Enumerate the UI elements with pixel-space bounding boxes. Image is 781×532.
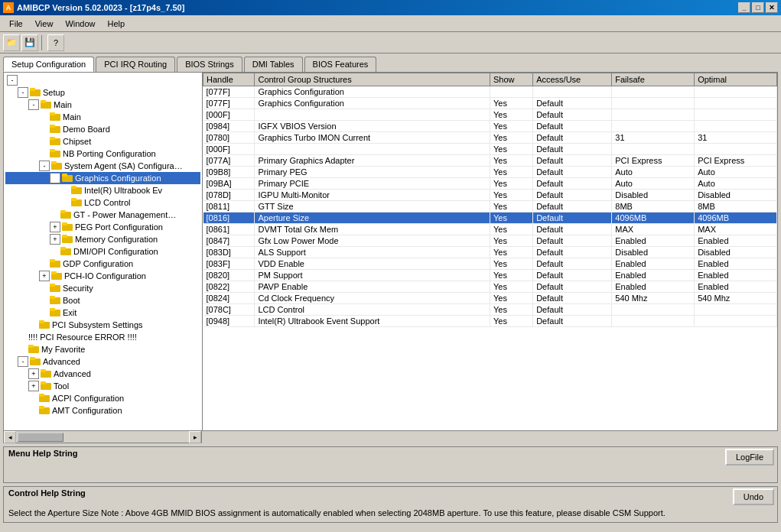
scroll-thumb[interactable] [18, 433, 63, 442]
scroll-left-arrow[interactable]: ◂ [4, 431, 16, 443]
scroll-right-arrow[interactable]: ▸ [189, 431, 201, 443]
close-button[interactable]: ✕ [766, 2, 778, 13]
tree-node-amt[interactable]: AMT Configuration [5, 404, 200, 417]
table-row[interactable]: [077A]Primary Graphics AdapterYesDefault… [203, 155, 777, 167]
tree-node-pci-resource[interactable]: !!!! PCI Resource ERROR !!!! [5, 331, 200, 343]
tree-node-security[interactable]: Security [5, 282, 200, 294]
tree-node-pch-io[interactable]: +PCH-IO Configuration [5, 270, 200, 282]
tree-node-chipset[interactable]: Chipset [5, 135, 200, 148]
table-cell-17-3: Default [533, 281, 612, 293]
table-row[interactable]: [09B8]Primary PEGYesDefaultAutoAuto [203, 167, 777, 178]
tree-label-memory-config: Memory Configuration [75, 235, 158, 244]
table-cell-8-5: Auto [695, 178, 777, 190]
tree-node-system-agent[interactable]: -System Agent (SA) Configura… [5, 160, 200, 172]
control-help-content: Select the Aperture Size Note : Above 4G… [4, 507, 777, 522]
table-row[interactable]: [0820]PM SupportYesDefaultEnabledEnabled [203, 270, 777, 281]
table-row[interactable]: [0822]PAVP EnableYesDefaultEnabledEnable… [203, 281, 777, 293]
expand-icon-peg-port[interactable]: + [50, 222, 60, 232]
table-cell-19-4 [612, 304, 695, 316]
tree-node-lcd-control[interactable]: LCD Control [5, 196, 200, 209]
tree-node-gt-power[interactable]: GT - Power Management… [5, 209, 200, 221]
menu-window[interactable]: Window [59, 18, 101, 30]
tab-pci-irq-routing[interactable]: PCI IRQ Routing [96, 57, 175, 72]
toolbar-button-1[interactable]: 📁 [3, 34, 20, 51]
table-row[interactable]: [000F]YesDefault [203, 144, 777, 155]
table-row[interactable]: [078D]IGPU Multi-MonitorYesDefaultDisabl… [203, 190, 777, 201]
tree-node-dmi-opi[interactable]: DMI/OPI Configuration [5, 245, 200, 258]
expand-icon-tool[interactable]: + [28, 381, 39, 391]
tab-bios-strings[interactable]: BIOS Strings [177, 57, 242, 72]
expand-icon-main-group[interactable]: - [28, 99, 39, 110]
table-row[interactable]: [0811]GTT SizeYesDefault8MB8MB [203, 201, 777, 212]
svg-rect-21 [60, 210, 66, 213]
menu-file[interactable]: File [3, 18, 29, 30]
expand-icon-advanced-group[interactable]: - [18, 356, 28, 367]
tab-setup-configuration[interactable]: Setup Configuration [3, 57, 94, 72]
tree-node-my-favorite[interactable]: My Favorite [5, 343, 200, 355]
tree-label-pci-resource: !!!! PCI Resource ERROR !!!! [28, 332, 137, 342]
expand-icon-root[interactable]: - [7, 75, 18, 86]
tree-node-graphics-config[interactable]: -Graphics Configuration [5, 172, 200, 184]
tree-node-peg-port[interactable]: +PEG Port Configuration [5, 221, 200, 233]
table-row[interactable]: [000F]YesDefault [203, 109, 777, 121]
svg-rect-37 [50, 308, 55, 311]
tree-node-acpi[interactable]: ACPI Configuration [5, 392, 200, 404]
tab-bios-features[interactable]: BIOS Features [304, 57, 377, 72]
table-row[interactable]: [0780]Graphics Turbo IMON CurrentYesDefa… [203, 132, 777, 144]
table-row[interactable]: [0847]Gfx Low Power ModeYesDefaultEnable… [203, 235, 777, 247]
tree-node-demo-board[interactable]: Demo Board [5, 123, 200, 135]
toolbar-button-2[interactable]: 💾 [21, 34, 38, 51]
table-row[interactable]: [0948]Intel(R) Ultrabook Event SupportYe… [203, 316, 777, 327]
tree-node-memory-config[interactable]: +Memory Configuration [5, 233, 200, 245]
expand-icon-advanced-leaf[interactable]: + [28, 368, 39, 379]
tree-node-exit[interactable]: Exit [5, 307, 200, 319]
table-row[interactable]: [0824]Cd Clock FrequencyYesDefault540 Mh… [203, 293, 777, 304]
tree-node-main-leaf[interactable]: Main [5, 111, 200, 123]
tab-dmi-tables[interactable]: DMI Tables [244, 57, 303, 72]
table-row[interactable]: [077F]Graphics Configuration [203, 86, 777, 98]
menu-help[interactable]: Help [102, 18, 132, 30]
table-cell-3-4 [612, 121, 695, 132]
tree-node-advanced-leaf[interactable]: +Advanced [5, 368, 200, 380]
tree-node-advanced-group[interactable]: -Advanced [5, 355, 200, 368]
table-row[interactable]: [078C]LCD ControlYesDefault [203, 304, 777, 316]
toolbar-help-button[interactable]: ? [47, 34, 64, 51]
expand-icon-pch-io[interactable]: + [39, 271, 50, 281]
tree-node-boot[interactable]: Boot [5, 294, 200, 307]
table-row[interactable]: [083D]ALS SupportYesDefaultDisabledDisab… [203, 247, 777, 258]
tree-hscrollbar[interactable]: ◂ ▸ [3, 431, 202, 443]
table-row[interactable]: [09BA]Primary PCIEYesDefaultAutoAuto [203, 178, 777, 190]
table-row[interactable]: [0984]IGFX VBIOS VersionYesDefault [203, 121, 777, 132]
tree-label-my-favorite: My Favorite [41, 345, 85, 354]
undo-button[interactable]: Undo [733, 488, 774, 505]
tree-node-main-group[interactable]: -Main [5, 99, 200, 111]
expand-icon-graphics-config[interactable]: - [50, 173, 60, 183]
expand-icon-system-agent[interactable]: - [39, 161, 50, 171]
expand-icon-setup[interactable]: - [18, 87, 28, 98]
table-row[interactable]: [083F]VDD EnableYesDefaultEnabledEnabled [203, 258, 777, 270]
svg-rect-7 [50, 125, 55, 128]
main-content: --Setup-MainMainDemo BoardChipsetNB Port… [3, 72, 778, 431]
table-cell-19-5 [695, 304, 777, 316]
tree-node-pci-subsystem[interactable]: PCI Subsystem Settings [5, 319, 200, 331]
data-panel[interactable]: Handle Control Group Structures Show Acc… [203, 73, 777, 430]
tree-node-nb-porting[interactable]: NB Porting Configuration [5, 148, 200, 160]
table-cell-7-3: Default [533, 167, 612, 178]
tree-node-root[interactable]: - [5, 74, 200, 86]
tree-node-tool[interactable]: +Tool [5, 380, 200, 392]
table-row[interactable]: [0816]Aperture SizeYesDefault4096MB4096M… [203, 212, 777, 224]
table-row[interactable]: [077F]Graphics ConfigurationYesDefault [203, 98, 777, 109]
table-cell-11-0: [0816] [203, 212, 255, 224]
menu-view[interactable]: View [29, 18, 60, 30]
tree-node-setup[interactable]: -Setup [5, 86, 200, 99]
tree-panel[interactable]: --Setup-MainMainDemo BoardChipsetNB Port… [4, 73, 203, 430]
tree-node-gdp-config[interactable]: GDP Configuration [5, 258, 200, 270]
table-cell-6-4: PCI Express [612, 155, 695, 167]
tree-node-intel-ultrabook[interactable]: Intel(R) Ultrabook Ev [5, 184, 200, 196]
minimize-button[interactable]: _ [738, 2, 750, 13]
expand-icon-memory-config[interactable]: + [50, 234, 60, 245]
menu-help-label: Menu Help String [4, 447, 82, 459]
table-row[interactable]: [0861]DVMT Total Gfx MemYesDefaultMAXMAX [203, 224, 777, 235]
maximize-button[interactable]: □ [752, 2, 764, 13]
log-file-button[interactable]: LogFile [725, 449, 774, 466]
